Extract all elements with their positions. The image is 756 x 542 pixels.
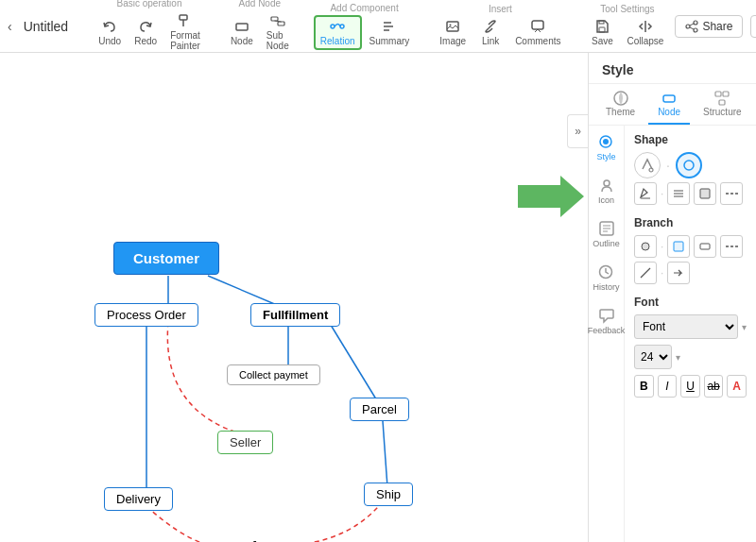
sidebar-content: Style Icon Outline History Feedback — [589, 126, 756, 542]
style-icon-button[interactable]: Style — [596, 133, 615, 161]
branch-rect-button[interactable] — [694, 235, 716, 258]
svg-point-19 — [686, 25, 690, 28]
redo-button[interactable]: Redo — [129, 16, 163, 49]
branch-color2-button[interactable] — [667, 235, 690, 258]
redo-label: Redo — [134, 36, 157, 46]
image-button[interactable]: Image — [434, 16, 472, 49]
node-delivery[interactable]: Delivery — [104, 487, 173, 511]
node-seller[interactable]: Seller — [217, 431, 273, 454]
toolbar-group-tool-settings: Tool Settings Save Collapse — [585, 4, 669, 49]
outline-icon-button[interactable]: Outline — [593, 220, 620, 248]
tab-structure-label: Structure — [703, 107, 742, 117]
node-button[interactable]: Node — [225, 16, 259, 49]
outline-lines-button[interactable] — [667, 182, 690, 205]
branch-line-button[interactable] — [634, 262, 657, 284]
svg-rect-57 — [700, 244, 710, 249]
sidebar-collapse-button[interactable]: » — [567, 114, 588, 148]
outline-fill-button[interactable] — [694, 182, 716, 205]
toolbar-group-add-node: Add Node Node Sub Node — [225, 0, 295, 54]
tab-structure[interactable]: Structure — [694, 84, 751, 125]
outline-dash-button[interactable] — [720, 182, 743, 205]
collapse-chevron-icon: » — [575, 125, 581, 138]
svg-point-39 — [604, 180, 610, 186]
save-button[interactable]: Save — [585, 16, 619, 49]
link-button[interactable]: Link — [473, 16, 507, 49]
node-customer[interactable]: Customer — [113, 242, 219, 275]
tab-theme[interactable]: Theme — [596, 84, 644, 125]
feedback-icon — [598, 307, 615, 324]
svg-rect-14 — [532, 21, 543, 29]
format-painter-label: Format Painter — [170, 30, 200, 51]
svg-rect-4 — [278, 22, 284, 25]
share-button[interactable]: Share — [675, 15, 743, 38]
node-parcel[interactable]: Parcel — [350, 398, 409, 421]
node-collect-payment[interactable]: Collect paymet — [227, 364, 320, 385]
svg-rect-16 — [599, 21, 604, 24]
canvas[interactable]: Customer Process Order Fullfillment Coll… — [0, 53, 588, 542]
feedback-icon-button[interactable]: Feedback — [588, 307, 626, 335]
font-bold-button[interactable]: B — [634, 375, 654, 398]
shape-title: Shape — [634, 133, 747, 146]
undo-button[interactable]: Undo — [93, 16, 127, 49]
collapse-button[interactable]: Collapse — [621, 16, 669, 49]
font-strikethrough-button[interactable]: ab — [704, 375, 724, 398]
svg-point-6 — [331, 25, 335, 28]
icon-icon-button[interactable]: Icon — [598, 177, 615, 205]
node-icon — [234, 19, 249, 34]
branch-color-button[interactable] — [634, 235, 657, 258]
share-label: Share — [702, 20, 732, 33]
shape-option-circle[interactable] — [676, 152, 702, 178]
tab-theme-label: Theme — [606, 107, 635, 117]
node-fulfillment[interactable]: Fullfillment — [250, 303, 340, 327]
font-size-select[interactable]: 24 12 14 16 18 20 28 32 36 — [634, 345, 672, 369]
tab-node[interactable]: Node — [648, 84, 690, 125]
toolbar-right: Share Export — [675, 15, 756, 38]
font-color-button[interactable]: A — [727, 375, 747, 398]
svg-point-38 — [603, 139, 609, 144]
style-label: Style — [596, 152, 615, 161]
icon-icon — [598, 177, 615, 194]
collapse-label: Collapse — [627, 36, 663, 46]
summary-icon — [382, 19, 397, 34]
svg-line-13 — [489, 25, 492, 28]
branch-arrow-button[interactable] — [667, 262, 690, 284]
svg-line-28 — [383, 421, 387, 487]
font-italic-button[interactable]: I — [658, 375, 678, 398]
comments-icon — [530, 19, 545, 34]
node-product[interactable]: Product — [203, 534, 298, 542]
sub-node-label: Sub Node — [266, 30, 289, 51]
tool-settings-label: Tool Settings — [600, 4, 654, 14]
sidebar-tabs: Theme Node Structure — [589, 84, 756, 126]
svg-rect-51 — [700, 189, 710, 198]
svg-line-5 — [274, 21, 281, 22]
outline-pen-button[interactable] — [634, 182, 657, 205]
svg-rect-34 — [715, 92, 721, 96]
svg-rect-33 — [663, 95, 675, 102]
connections-svg — [0, 53, 588, 542]
svg-rect-3 — [271, 17, 278, 21]
font-family-select[interactable]: Font — [634, 314, 738, 339]
relation-button[interactable]: Relation — [314, 15, 362, 50]
image-label: Image — [439, 36, 466, 46]
green-arrow-indicator — [518, 176, 584, 217]
style-icon — [597, 133, 614, 150]
sidebar-left-icons: Style Icon Outline History Feedback — [589, 126, 625, 542]
format-painter-button[interactable]: Format Painter — [164, 10, 206, 54]
insert-label: Insert — [489, 4, 512, 14]
history-icon-button[interactable]: History — [593, 263, 619, 292]
svg-line-27 — [326, 317, 378, 402]
node-process-order[interactable]: Process Order — [94, 303, 198, 327]
svg-rect-2 — [236, 24, 248, 30]
sub-node-button[interactable]: Sub Node — [261, 10, 295, 54]
export-button[interactable]: Export — [750, 15, 756, 38]
node-ship[interactable]: Ship — [364, 483, 413, 506]
font-underline-button[interactable]: U — [680, 375, 700, 398]
summary-button[interactable]: Summary — [364, 16, 416, 49]
branch-dash2-button[interactable] — [720, 235, 743, 258]
back-button[interactable]: ‹ — [8, 17, 12, 36]
shape-option-paint[interactable] — [634, 152, 661, 178]
relation-icon — [330, 19, 345, 34]
app-title: Untitled — [24, 19, 68, 34]
comments-button[interactable]: Comments — [509, 16, 566, 49]
image-icon — [445, 19, 460, 34]
